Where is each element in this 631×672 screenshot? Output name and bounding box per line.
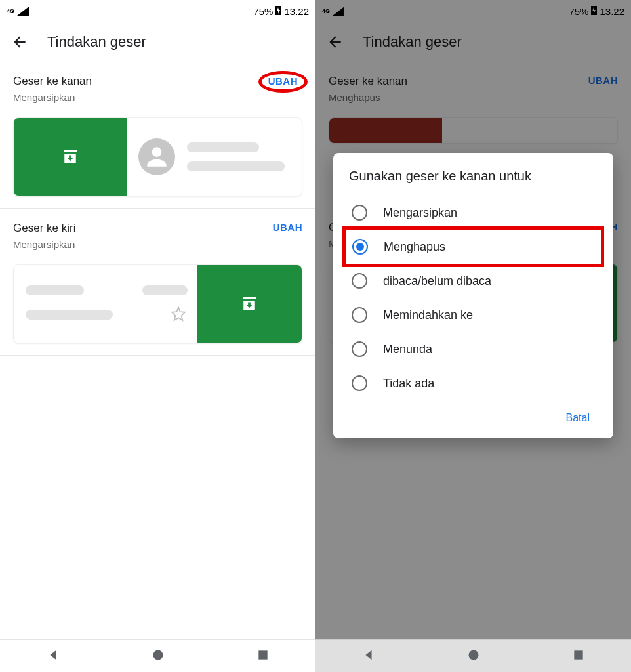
radio-option-snooze[interactable]: Menunda — [349, 332, 598, 366]
back-button[interactable] — [5, 28, 34, 56]
nav-recent-icon[interactable] — [256, 648, 270, 664]
phone-left: 4G 75% 13.22 Tindakan geser Geser ke kan… — [0, 0, 316, 672]
radio-icon — [352, 341, 367, 357]
section-swipe-left: Geser ke kiri Mengarsipkan UBAH — [0, 209, 316, 356]
swipe-right-sub: Mengarsipkan — [13, 92, 92, 103]
svg-point-2 — [469, 650, 479, 660]
nav-bar — [316, 639, 631, 672]
radio-label: Menghapus — [384, 240, 445, 254]
swipe-left-sub: Mengarsipkan — [13, 239, 75, 250]
swipe-left-body — [14, 265, 197, 343]
swipe-left-preview — [13, 264, 302, 343]
swipe-left-color — [197, 265, 302, 343]
nav-back-icon[interactable] — [361, 648, 376, 665]
nav-home-icon[interactable] — [467, 648, 480, 664]
dialog-cancel-button[interactable]: Batal — [558, 407, 598, 429]
swipe-right-body — [127, 118, 302, 196]
dialog-title: Gunakan geser ke kanan untuk — [349, 169, 598, 184]
swipe-left-change-button[interactable]: UBAH — [273, 222, 302, 233]
radio-option-archive[interactable]: Mengarsipkan — [349, 196, 598, 230]
radio-icon — [352, 307, 367, 323]
placeholder-line — [142, 285, 188, 295]
page-title: Tindakan geser — [47, 33, 146, 51]
archive-icon — [60, 147, 80, 167]
swipe-left-title: Geser ke kiri — [13, 222, 75, 235]
swipe-action-dialog: Gunakan geser ke kanan untuk Mengarsipka… — [333, 153, 613, 438]
radio-label: dibaca/belum dibaca — [383, 274, 491, 288]
radio-option-none[interactable]: Tidak ada — [349, 366, 598, 400]
svg-rect-3 — [574, 650, 582, 659]
svg-point-0 — [153, 650, 163, 660]
placeholder-line — [187, 142, 259, 152]
battery-charging-icon — [275, 5, 282, 18]
radio-list: Mengarsipkan Menghapus dibaca/belum diba… — [349, 196, 598, 400]
arrow-back-icon — [11, 33, 28, 51]
app-bar: Tindakan geser — [0, 22, 316, 62]
radio-label: Mengarsipkan — [383, 206, 457, 220]
network-label: 4G — [7, 9, 14, 14]
placeholder-line — [26, 285, 84, 295]
placeholder-line — [187, 161, 285, 171]
star-outline-icon — [169, 304, 188, 326]
nav-back-icon[interactable] — [46, 648, 60, 665]
swipe-right-change-button[interactable]: UBAH — [258, 71, 308, 93]
radio-label: Menunda — [383, 343, 432, 356]
radio-label: Memindahkan ke — [383, 308, 473, 322]
nav-home-icon[interactable] — [152, 648, 165, 664]
placeholder-line — [26, 310, 113, 320]
signal-icon — [17, 7, 29, 16]
svg-rect-1 — [258, 650, 267, 659]
nav-bar — [0, 639, 316, 672]
archive-icon — [239, 294, 259, 314]
radio-option-read-unread[interactable]: dibaca/belum dibaca — [349, 264, 598, 298]
status-bar: 4G 75% 13.22 — [0, 0, 316, 22]
radio-icon — [352, 273, 367, 289]
nav-recent-icon[interactable] — [572, 648, 585, 664]
avatar-icon — [138, 138, 175, 175]
radio-icon — [352, 239, 368, 255]
section-swipe-right: Geser ke kanan Mengarsipkan UBAH — [0, 62, 316, 209]
battery-pct: 75% — [253, 6, 273, 17]
phone-right: 4G 75% 13.22 Tindakan geser Geser ke kan… — [316, 0, 631, 672]
radio-option-move-to[interactable]: Memindahkan ke — [349, 298, 598, 332]
radio-option-delete[interactable]: Menghapus — [342, 226, 604, 267]
swipe-right-preview — [13, 117, 302, 196]
swipe-right-color — [14, 118, 127, 196]
placeholder-lines — [187, 142, 290, 171]
radio-label: Tidak ada — [383, 377, 434, 390]
radio-icon — [352, 375, 367, 391]
radio-icon — [352, 205, 367, 220]
swipe-right-title: Geser ke kanan — [13, 75, 92, 88]
time-label: 13.22 — [284, 6, 309, 17]
